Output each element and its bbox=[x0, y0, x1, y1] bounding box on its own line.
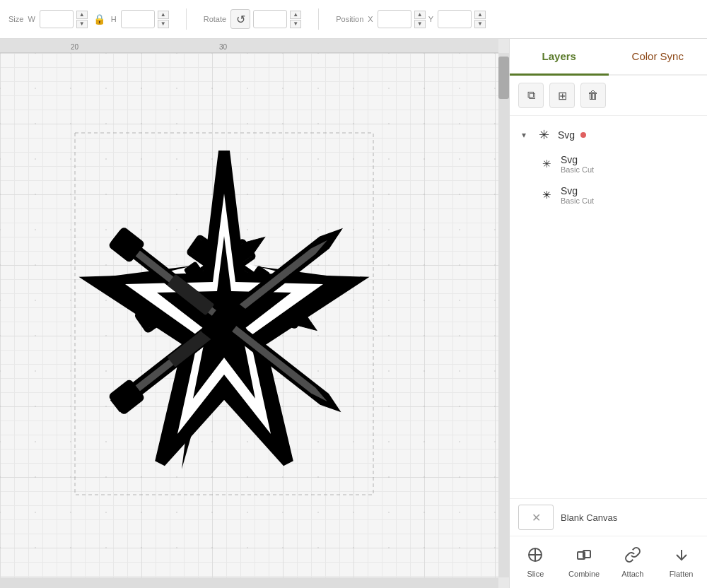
height-down[interactable]: ▼ bbox=[158, 20, 169, 28]
slice-button[interactable]: Slice bbox=[513, 542, 559, 582]
canvas-svg-container[interactable] bbox=[72, 130, 376, 500]
child2-layer-info: Svg Basic Cut bbox=[561, 185, 594, 205]
expand-icon[interactable]: ▾ bbox=[518, 130, 530, 140]
delete-layer-button[interactable]: 🗑 bbox=[580, 83, 606, 108]
rotate-group: Rotate ↺ ▲ ▼ bbox=[204, 9, 301, 29]
panel-toolbar: ⧉ ⊞ 🗑 bbox=[510, 76, 707, 116]
position-group: Position X ▲ ▼ Y ▲ ▼ bbox=[336, 10, 486, 28]
y-input[interactable] bbox=[438, 10, 472, 28]
blank-canvas-preview: ✕ bbox=[518, 505, 554, 530]
rotate-input[interactable] bbox=[253, 10, 287, 28]
group-layer-icon: ✳ bbox=[535, 127, 552, 143]
layer-item-child1[interactable]: ✳ Svg Basic Cut bbox=[510, 148, 707, 180]
x-spinner[interactable]: ▲ ▼ bbox=[414, 11, 426, 28]
toolbar: Size W ▲ ▼ 🔒 H ▲ ▼ Rotate ↺ ▲ ▼ Position… bbox=[0, 0, 707, 39]
size-label: Size bbox=[8, 15, 23, 23]
canvas-area[interactable]: 20 30 bbox=[0, 39, 509, 588]
width-input[interactable] bbox=[40, 10, 74, 28]
main-area: 20 30 bbox=[0, 39, 707, 588]
child1-layer-icon: ✳ bbox=[538, 158, 555, 170]
tab-layers[interactable]: Layers bbox=[510, 39, 609, 76]
copy-icon: ⧉ bbox=[527, 89, 535, 102]
blank-canvas-label: Blank Canvas bbox=[561, 512, 617, 523]
slice-icon bbox=[527, 546, 544, 567]
child2-layer-sub: Basic Cut bbox=[561, 196, 594, 205]
rotate-down[interactable]: ▼ bbox=[290, 20, 301, 28]
tab-color-sync-label: Color Sync bbox=[632, 50, 684, 62]
attach-button[interactable]: Attach bbox=[610, 542, 656, 582]
layer-item-child2[interactable]: ✳ Svg Basic Cut bbox=[510, 180, 707, 211]
trash-icon: 🗑 bbox=[588, 89, 599, 102]
child1-layer-name: Svg bbox=[561, 154, 594, 165]
vertical-scrollbar[interactable] bbox=[498, 53, 509, 577]
flatten-icon bbox=[673, 546, 690, 567]
y-up[interactable]: ▲ bbox=[474, 11, 486, 19]
ruler-mark-30: 30 bbox=[219, 43, 227, 51]
height-input[interactable] bbox=[121, 10, 155, 28]
child2-layer-name: Svg bbox=[561, 185, 594, 196]
x-input[interactable] bbox=[378, 10, 411, 28]
width-down[interactable]: ▼ bbox=[76, 20, 88, 28]
x-label: X bbox=[368, 15, 373, 23]
add-layer-button[interactable]: ⊞ bbox=[549, 83, 575, 108]
width-up[interactable]: ▲ bbox=[76, 11, 88, 19]
attach-label: Attach bbox=[621, 570, 643, 578]
x-up[interactable]: ▲ bbox=[414, 11, 426, 19]
slice-label: Slice bbox=[527, 570, 544, 578]
panel-tabs: Layers Color Sync bbox=[510, 39, 707, 76]
tab-color-sync[interactable]: Color Sync bbox=[609, 39, 708, 76]
combine-label: Combine bbox=[568, 570, 600, 578]
w-label: W bbox=[28, 15, 35, 23]
y-spinner[interactable]: ▲ ▼ bbox=[474, 11, 486, 28]
grid-background bbox=[0, 53, 498, 577]
x-icon: ✕ bbox=[532, 511, 541, 524]
child2-layer-icon: ✳ bbox=[538, 189, 555, 201]
combine-button[interactable]: Combine bbox=[561, 542, 607, 582]
copy-layer-button[interactable]: ⧉ bbox=[518, 83, 544, 108]
child1-layer-sub: Basic Cut bbox=[561, 165, 594, 174]
size-group: Size W ▲ ▼ 🔒 H ▲ ▼ bbox=[8, 10, 169, 28]
child1-layer-info: Svg Basic Cut bbox=[561, 154, 594, 174]
artwork-svg bbox=[72, 130, 376, 498]
group-layer-name: Svg bbox=[558, 129, 575, 141]
width-spinner[interactable]: ▲ ▼ bbox=[76, 11, 88, 28]
ruler-top: 20 30 bbox=[0, 39, 498, 53]
horizontal-scrollbar[interactable] bbox=[0, 577, 498, 588]
combine-icon bbox=[575, 546, 592, 567]
rotate-spinner[interactable]: ▲ ▼ bbox=[290, 11, 301, 28]
blank-canvas-bar: ✕ Blank Canvas bbox=[510, 498, 707, 536]
layer-group-svg: ▾ ✳ Svg ✳ Svg Basic Cut ✳ bbox=[510, 122, 707, 211]
y-down[interactable]: ▼ bbox=[474, 20, 486, 28]
rotate-label: Rotate bbox=[204, 15, 226, 23]
lock-icon: 🔒 bbox=[90, 13, 108, 25]
flatten-button[interactable]: Flatten bbox=[658, 542, 704, 582]
layers-list: ▾ ✳ Svg ✳ Svg Basic Cut ✳ bbox=[510, 116, 707, 498]
height-up[interactable]: ▲ bbox=[158, 11, 169, 19]
add-icon: ⊞ bbox=[558, 89, 567, 102]
y-label: Y bbox=[428, 15, 433, 23]
divider-2 bbox=[318, 8, 319, 30]
bottom-actions: Slice Combine Attach bbox=[510, 536, 707, 588]
layer-color-dot bbox=[580, 132, 586, 138]
height-spinner[interactable]: ▲ ▼ bbox=[158, 11, 169, 28]
right-panel: Layers Color Sync ⧉ ⊞ 🗑 ▾ ✳ bbox=[509, 39, 707, 588]
h-label: H bbox=[111, 15, 117, 23]
divider-1 bbox=[186, 8, 187, 30]
x-down[interactable]: ▼ bbox=[414, 20, 426, 28]
flatten-label: Flatten bbox=[670, 570, 694, 578]
layer-item-group[interactable]: ▾ ✳ Svg bbox=[510, 122, 707, 148]
scrollbar-thumb[interactable] bbox=[498, 57, 509, 99]
position-label: Position bbox=[336, 15, 363, 23]
rotate-ccw-button[interactable]: ↺ bbox=[230, 9, 250, 29]
ruler-mark-20: 20 bbox=[71, 43, 78, 51]
attach-icon bbox=[624, 546, 641, 567]
grid-canvas[interactable] bbox=[0, 53, 498, 577]
tab-layers-label: Layers bbox=[542, 50, 576, 62]
rotate-up[interactable]: ▲ bbox=[290, 11, 301, 19]
